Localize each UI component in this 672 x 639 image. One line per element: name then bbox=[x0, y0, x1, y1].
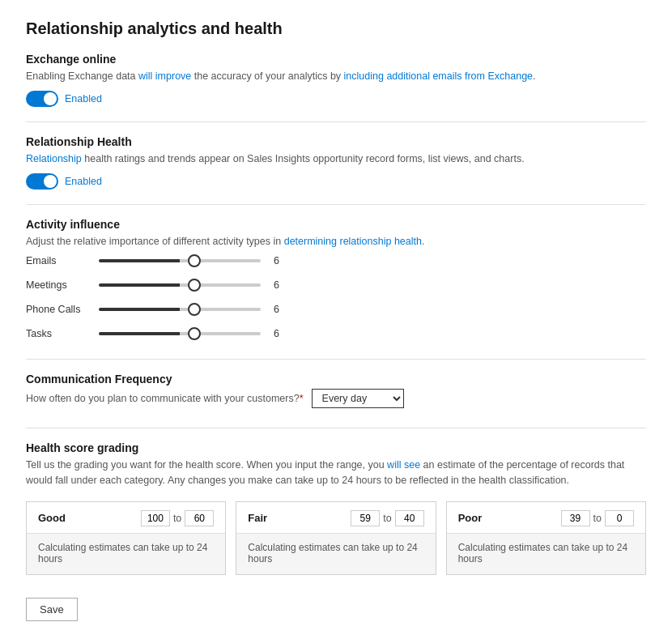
good-to-input[interactable] bbox=[185, 510, 214, 526]
health-card-fair-body: Calculating estimates can take up to 24 … bbox=[236, 534, 435, 574]
fair-to-label: to bbox=[383, 513, 391, 524]
slider-phone-calls[interactable] bbox=[99, 308, 261, 311]
communication-frequency-title: Communication Frequency bbox=[26, 373, 646, 386]
slider-label-emails: Emails bbox=[26, 255, 99, 266]
health-card-poor-body-text: Calculating estimates can take up to 24 … bbox=[458, 542, 627, 564]
relationship-link: Relationship bbox=[26, 153, 82, 164]
exchange-online-section: Exchange online Enabling Exchange data w… bbox=[26, 53, 646, 107]
health-card-poor: Poor to Calculating estimates can take u… bbox=[446, 501, 646, 575]
slider-value-meetings: 6 bbox=[274, 279, 290, 291]
health-score-grading-description: Tell us the grading you want for the hea… bbox=[26, 458, 646, 488]
comm-desc-label: How often do you plan to communicate wit… bbox=[26, 393, 300, 404]
exchange-online-description: Enabling Exchange data will improve the … bbox=[26, 69, 646, 84]
divider-2 bbox=[26, 204, 646, 205]
divider-4 bbox=[26, 428, 646, 428]
exchange-online-toggle-label: Enabled bbox=[65, 93, 102, 104]
health-card-fair-title: Fair bbox=[248, 512, 267, 524]
divider-3 bbox=[26, 359, 646, 360]
slider-label-tasks: Tasks bbox=[26, 328, 99, 339]
exchange-online-toggle[interactable] bbox=[26, 91, 58, 107]
including-emails-link: including additional emails from Exchang… bbox=[344, 70, 533, 82]
poor-from-input[interactable] bbox=[561, 510, 590, 526]
relationship-health-title: Relationship Health bbox=[26, 135, 646, 148]
health-card-fair-header: Fair to bbox=[236, 502, 435, 534]
slider-row-emails: Emails 6 bbox=[26, 255, 646, 266]
relationship-health-section: Relationship Health Relationship health … bbox=[26, 135, 646, 190]
health-score-grading-title: Health score grading bbox=[26, 441, 646, 454]
required-marker: * bbox=[300, 393, 304, 404]
slider-row-phone-calls: Phone Calls 6 bbox=[26, 304, 646, 315]
divider-1 bbox=[26, 121, 646, 122]
health-card-poor-header: Poor to bbox=[447, 502, 645, 534]
health-card-poor-range: to bbox=[561, 510, 634, 526]
relationship-health-toggle[interactable] bbox=[26, 173, 58, 190]
communication-frequency-section: Communication Frequency How often do you… bbox=[26, 373, 646, 408]
health-cards-container: Good to Calculating estimates can take u… bbox=[26, 501, 646, 575]
slider-value-tasks: 6 bbox=[274, 328, 290, 339]
good-from-input[interactable] bbox=[141, 510, 170, 526]
health-card-good-title: Good bbox=[38, 512, 66, 524]
health-card-good-range: to bbox=[141, 510, 214, 526]
health-card-good: Good to Calculating estimates can take u… bbox=[26, 501, 226, 575]
fair-to-input[interactable] bbox=[395, 510, 424, 526]
slider-label-phone-calls: Phone Calls bbox=[26, 304, 99, 315]
will-see-link: will see bbox=[387, 459, 420, 471]
activity-influence-title: Activity influence bbox=[26, 218, 646, 231]
slider-value-phone-calls: 6 bbox=[274, 304, 290, 315]
health-score-grading-section: Health score grading Tell us the grading… bbox=[26, 441, 646, 575]
health-card-fair-body-text: Calculating estimates can take up to 24 … bbox=[248, 542, 417, 564]
health-card-poor-title: Poor bbox=[458, 512, 483, 524]
health-card-good-header: Good to bbox=[27, 502, 225, 534]
health-card-fair-range: to bbox=[351, 510, 423, 526]
health-card-poor-body: Calculating estimates can take up to 24 … bbox=[447, 534, 645, 574]
health-card-fair: Fair to Calculating estimates can take u… bbox=[236, 501, 436, 575]
slider-tasks[interactable] bbox=[99, 332, 261, 335]
comm-description-text: How often do you plan to communicate wit… bbox=[26, 393, 304, 404]
will-improve-link: will improve bbox=[138, 70, 191, 82]
slider-row-meetings: Meetings 6 bbox=[26, 279, 646, 291]
relationship-health-toggle-label: Enabled bbox=[65, 176, 102, 187]
determining-health-link: determining relationship health bbox=[284, 236, 422, 247]
exchange-online-title: Exchange online bbox=[26, 53, 646, 66]
slider-value-emails: 6 bbox=[274, 255, 290, 266]
relationship-health-description: Relationship health ratings and trends a… bbox=[26, 151, 646, 167]
exchange-online-toggle-row: Enabled bbox=[26, 91, 646, 107]
activity-influence-section: Activity influence Adjust the relative i… bbox=[26, 218, 646, 340]
page-title: Relationship analytics and health bbox=[26, 19, 646, 38]
fair-from-input[interactable] bbox=[351, 510, 380, 526]
frequency-select[interactable]: Every day Every week Every month Every q… bbox=[312, 389, 404, 408]
good-to-label: to bbox=[173, 513, 181, 524]
poor-to-input[interactable] bbox=[605, 510, 634, 526]
relationship-health-toggle-row: Enabled bbox=[26, 173, 646, 190]
poor-to-label: to bbox=[593, 513, 602, 524]
slider-meetings[interactable] bbox=[99, 283, 261, 287]
slider-emails[interactable] bbox=[99, 259, 261, 262]
communication-frequency-row: How often do you plan to communicate wit… bbox=[26, 389, 646, 408]
activity-influence-description: Adjust the relative importance of differ… bbox=[26, 234, 646, 249]
health-card-good-body-text: Calculating estimates can take up to 24 … bbox=[38, 542, 207, 564]
slider-row-tasks: Tasks 6 bbox=[26, 328, 646, 339]
slider-label-meetings: Meetings bbox=[26, 279, 99, 291]
save-button[interactable]: Save bbox=[26, 598, 78, 621]
health-card-good-body: Calculating estimates can take up to 24 … bbox=[27, 534, 225, 574]
